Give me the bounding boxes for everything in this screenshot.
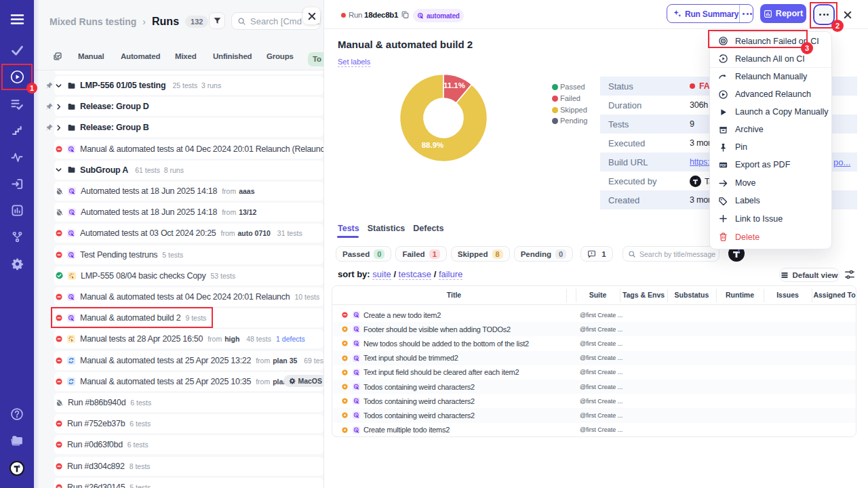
svg-text:88.9%: 88.9% <box>422 141 444 149</box>
svg-text:11.1%: 11.1% <box>443 81 465 89</box>
svg-text:PDF: PDF <box>720 163 726 167</box>
